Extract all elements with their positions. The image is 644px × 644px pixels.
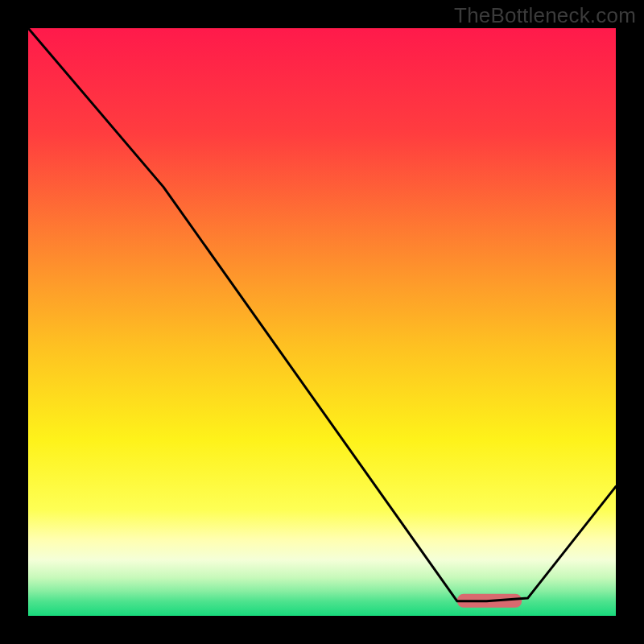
- chart-svg: [28, 28, 616, 616]
- watermark-text: TheBottleneck.com: [454, 3, 636, 28]
- chart-frame: TheBottleneck.com: [0, 0, 644, 644]
- gradient-background: [28, 28, 616, 616]
- chart-plot: [28, 28, 616, 616]
